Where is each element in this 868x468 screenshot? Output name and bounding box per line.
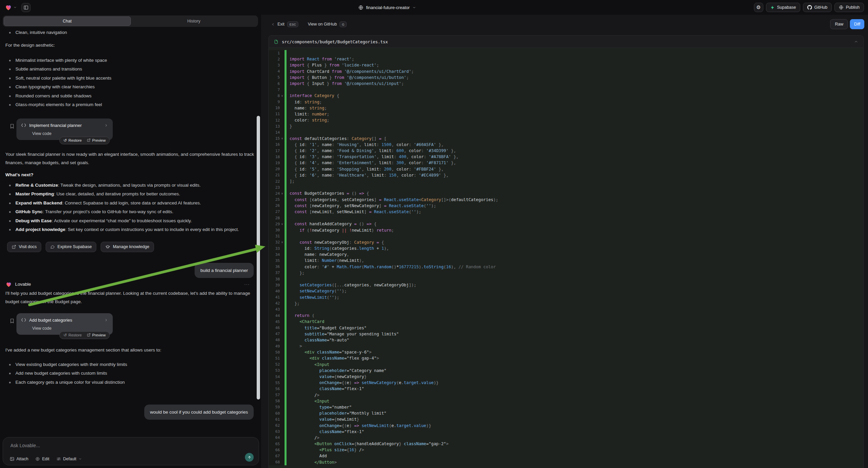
line-number[interactable]: 12 — [269, 118, 280, 122]
raw-toggle-button[interactable]: Raw — [830, 19, 848, 29]
chevron-right-icon[interactable] — [104, 318, 108, 322]
exit-button[interactable]: Exit ESC — [271, 22, 298, 27]
line-number[interactable]: 59 — [269, 405, 280, 409]
line-number[interactable]: 13 — [269, 124, 280, 128]
line-number[interactable]: 9 — [269, 100, 280, 104]
line-number[interactable]: 48 — [269, 338, 280, 342]
more-options-icon[interactable]: ··· — [244, 282, 250, 287]
project-selector[interactable]: financial-future-creator — [358, 0, 416, 15]
file-header[interactable]: src/components/budget/BudgetCategories.t… — [269, 36, 863, 48]
line-number[interactable]: 64 — [269, 435, 280, 440]
preview-button[interactable]: Preview — [87, 138, 106, 142]
line-number[interactable]: 61 — [269, 417, 280, 422]
line-number[interactable]: 32 — [269, 240, 280, 244]
line-number[interactable]: 5 — [269, 75, 280, 80]
sidebar-toggle-button[interactable] — [22, 3, 31, 12]
line-number[interactable]: 6 — [269, 82, 280, 86]
line-number[interactable]: 29 — [269, 222, 280, 226]
composer-placeholder[interactable]: Ask Lovable... — [10, 443, 40, 448]
line-number[interactable]: 14 — [269, 130, 280, 135]
line-number[interactable]: 45 — [269, 320, 280, 324]
line-number[interactable]: 63 — [269, 429, 280, 434]
view-on-github-button[interactable]: View on GitHub G — [308, 22, 347, 27]
tab-chat[interactable]: Chat — [4, 17, 131, 26]
visit-docs-button[interactable]: Visit docs — [7, 242, 41, 252]
line-number[interactable]: 10 — [269, 106, 280, 110]
line-number[interactable]: 23 — [269, 185, 280, 190]
line-number[interactable]: 19 — [269, 161, 280, 165]
send-button[interactable] — [245, 453, 254, 462]
chevron-down-icon[interactable] — [13, 6, 17, 9]
chevron-up-icon[interactable] — [854, 39, 858, 44]
line-number[interactable]: 4 — [269, 69, 280, 74]
line-number[interactable]: 7 — [269, 88, 280, 92]
preview-button[interactable]: Preview — [87, 333, 106, 337]
line-number[interactable]: 3 — [269, 63, 280, 67]
fold-chevron-icon[interactable]: ∨ — [280, 192, 284, 195]
version-card[interactable]: Add budget categories View code ↺Restore… — [17, 313, 113, 335]
line-number[interactable]: 68 — [269, 460, 280, 464]
line-number[interactable]: 56 — [269, 387, 280, 391]
line-number[interactable]: 57 — [269, 393, 280, 397]
line-number[interactable]: 15 — [269, 136, 280, 141]
lovable-logo-icon[interactable] — [5, 4, 12, 11]
view-code-link[interactable]: View code — [32, 131, 108, 136]
line-number[interactable]: 62 — [269, 423, 280, 428]
diff-toggle-button[interactable]: Diff — [850, 19, 864, 29]
view-code-link[interactable]: View code — [32, 326, 108, 331]
edit-button[interactable]: Edit — [35, 457, 49, 461]
version-card[interactable]: Implement financial planner View code ↺R… — [17, 118, 113, 140]
line-number[interactable]: 34 — [269, 253, 280, 257]
composer[interactable]: Ask Lovable... Attach Edit Default — [3, 437, 259, 465]
manage-knowledge-button[interactable]: Manage knowledge — [101, 242, 154, 252]
chevron-right-icon[interactable] — [104, 123, 108, 127]
line-number[interactable]: 27 — [269, 209, 280, 214]
line-number[interactable]: 36 — [269, 265, 280, 269]
line-number[interactable]: 53 — [269, 368, 280, 373]
line-number[interactable]: 50 — [269, 350, 280, 354]
restore-button[interactable]: ↺Restore — [63, 138, 82, 142]
line-number[interactable]: 60 — [269, 411, 280, 416]
line-number[interactable]: 30 — [269, 228, 280, 232]
line-number[interactable]: 44 — [269, 314, 280, 318]
line-number[interactable]: 17 — [269, 149, 280, 153]
line-number[interactable]: 24 — [269, 192, 280, 196]
fold-chevron-icon[interactable]: ∨ — [280, 94, 284, 97]
line-number[interactable]: 66 — [269, 448, 280, 452]
fold-chevron-icon[interactable]: ∨ — [280, 241, 284, 244]
tab-history[interactable]: History — [131, 17, 257, 26]
line-number[interactable]: 25 — [269, 197, 280, 202]
chat-scrollbar[interactable] — [257, 116, 260, 400]
line-number[interactable]: 18 — [269, 155, 280, 159]
restore-button[interactable]: ↺Restore — [63, 333, 82, 337]
line-number[interactable]: 37 — [269, 271, 280, 275]
line-number[interactable]: 8 — [269, 94, 280, 98]
explore-supabase-button[interactable]: Explore Supabase — [45, 242, 96, 252]
line-number[interactable]: 26 — [269, 203, 280, 208]
line-number[interactable]: 20 — [269, 167, 280, 171]
bookmark-icon[interactable] — [9, 123, 15, 129]
line-number[interactable]: 41 — [269, 295, 280, 299]
line-number[interactable]: 31 — [269, 234, 280, 238]
line-number[interactable]: 52 — [269, 362, 280, 367]
line-number[interactable]: 42 — [269, 301, 280, 305]
line-number[interactable]: 54 — [269, 375, 280, 379]
line-number[interactable]: 55 — [269, 381, 280, 385]
line-number[interactable]: 28 — [269, 216, 280, 220]
fold-chevron-icon[interactable]: ∨ — [280, 137, 284, 140]
line-number[interactable]: 47 — [269, 332, 280, 336]
line-number[interactable]: 2 — [269, 57, 280, 61]
line-number[interactable]: 65 — [269, 442, 280, 446]
fold-chevron-icon[interactable]: ∨ — [280, 223, 284, 226]
bookmark-icon[interactable] — [9, 318, 15, 324]
line-number[interactable]: 21 — [269, 173, 280, 177]
line-number[interactable]: 58 — [269, 399, 280, 403]
line-number[interactable]: 39 — [269, 283, 280, 287]
line-number[interactable]: 67 — [269, 454, 280, 458]
line-number[interactable]: 1 — [269, 51, 280, 55]
line-number[interactable]: 22 — [269, 179, 280, 184]
line-number[interactable]: 16 — [269, 142, 280, 147]
attach-button[interactable]: Attach — [10, 457, 28, 461]
line-number[interactable]: 51 — [269, 356, 280, 360]
line-number[interactable]: 49 — [269, 344, 280, 349]
